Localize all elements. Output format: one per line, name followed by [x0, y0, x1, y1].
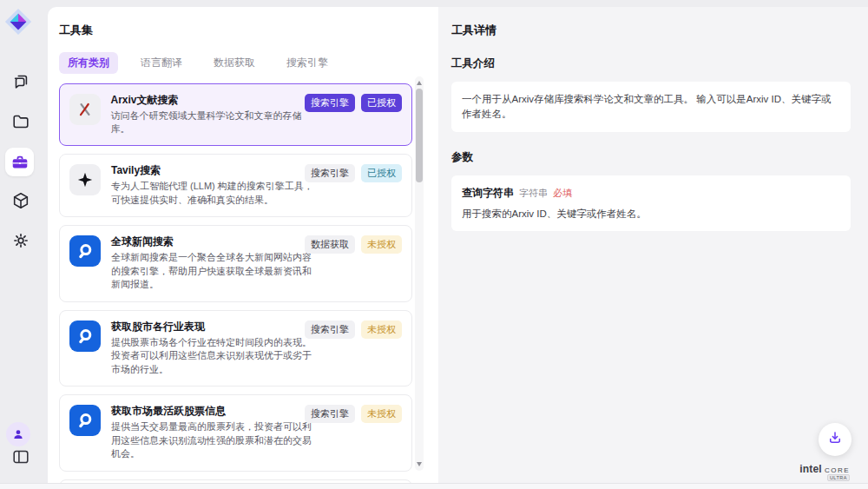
- tab-language-translate[interactable]: 语言翻译: [132, 52, 191, 74]
- tool-list: Arxiv文献搜索 访问各个研究领域大量科学论文和文章的存储库。 搜索引擎 已授…: [59, 83, 438, 483]
- tab-all-categories[interactable]: 所有类别: [59, 52, 118, 74]
- toolset-pane: 工具集 所有类别 语言翻译 数据获取 搜索引擎 Arxiv文献搜索 访问各个研究…: [48, 7, 438, 483]
- tool-detail-pane: 工具详情 工具介绍 一个用于从Arxiv存储库搜索科学论文和文章的工具。 输入可…: [438, 7, 868, 483]
- window-bottom-edge: [0, 483, 868, 489]
- arxiv-logo-icon: [69, 94, 101, 125]
- user-icon[interactable]: [6, 422, 30, 446]
- category-badge: 搜索引擎: [305, 405, 355, 423]
- brand-ultra-badge: ULTRA: [827, 474, 850, 481]
- tool-desc: 专为人工智能代理 (LLM) 构建的搜索引擎工具，可快速提供实时、准确和真实的结…: [111, 180, 319, 207]
- tavily-sparkle-icon: [69, 164, 101, 195]
- tool-title: 获取市场最活跃股票信息: [111, 405, 319, 418]
- search-q-icon: [69, 235, 101, 267]
- status-badge: 未授权: [361, 405, 402, 423]
- brand-core-text: core: [825, 463, 850, 475]
- tool-title: Tavily搜索: [111, 164, 319, 177]
- list-scrollbar[interactable]: [415, 76, 424, 471]
- tool-title: 获取股市各行业表现: [111, 320, 319, 334]
- category-badge: 数据获取: [305, 235, 355, 254]
- detail-title: 工具详情: [451, 23, 851, 38]
- tab-search-engine[interactable]: 搜索引擎: [278, 52, 337, 74]
- download-button[interactable]: [819, 423, 852, 456]
- gear-icon[interactable]: [8, 228, 34, 254]
- app-logo-diamond: [3, 7, 33, 36]
- search-q-icon: [69, 320, 101, 352]
- scroll-down-arrow-icon[interactable]: [417, 462, 422, 466]
- scroll-up-arrow-icon[interactable]: [417, 81, 422, 85]
- param-name: 查询字符串: [462, 186, 514, 201]
- panel-toggle-icon[interactable]: [8, 444, 34, 470]
- search-q-icon: [69, 405, 101, 436]
- cube-icon[interactable]: [8, 188, 34, 214]
- tool-title: Arxiv文献搜索: [111, 94, 319, 107]
- brand-intel-text: intel: [799, 463, 822, 475]
- main-window: 工具集 所有类别 语言翻译 数据获取 搜索引擎 Arxiv文献搜索 访问各个研究…: [48, 7, 868, 483]
- page-title: 工具集: [59, 23, 438, 38]
- intro-card: 一个用于从Arxiv存储库搜索科学论文和文章的工具。 输入可以是Arxiv ID…: [451, 82, 851, 132]
- tool-desc: 全球新闻搜索是一个聚合全球各大新闻网站内容的搜索引擎，帮助用户快速获取全球最新资…: [111, 251, 319, 292]
- intel-core-logo: intel core ULTRA: [799, 463, 850, 475]
- category-tabs: 所有类别 语言翻译 数据获取 搜索引擎: [59, 52, 438, 74]
- category-badge: 搜索引擎: [305, 164, 355, 182]
- category-badge: 搜索引擎: [305, 94, 355, 112]
- tool-card-sector-performance[interactable]: 获取股市各行业表现 提供股票市场各个行业在特定时间段内的表现。投资者可以利用这些…: [59, 310, 412, 387]
- tool-desc: 提供股票市场各个行业在特定时间段内的表现。投资者可以利用这些信息来识别表现优于或…: [111, 336, 319, 377]
- briefcase-icon[interactable]: [5, 148, 34, 176]
- params-heading: 参数: [451, 150, 851, 165]
- tool-title: 全球新闻搜索: [111, 235, 319, 248]
- scrollbar-thumb[interactable]: [416, 89, 423, 182]
- tab-data-fetch[interactable]: 数据获取: [205, 52, 264, 74]
- status-badge: 已授权: [361, 164, 402, 182]
- tool-card-arxiv[interactable]: Arxiv文献搜索 访问各个研究领域大量科学论文和文章的存储库。 搜索引擎 已授…: [59, 83, 412, 146]
- tool-card-global-news[interactable]: 全球新闻搜索 全球新闻搜索是一个聚合全球各大新闻网站内容的搜索引擎，帮助用户快速…: [59, 225, 412, 302]
- param-desc: 用于搜索的Arxiv ID、关键字或作者姓名。: [462, 208, 840, 221]
- folder-icon[interactable]: [8, 109, 34, 135]
- download-icon: [827, 430, 843, 449]
- tool-card-most-active-stocks[interactable]: 获取市场最活跃股票信息 提供当天交易量最高的股票列表，投资者可以利用这些信息来识…: [59, 394, 412, 472]
- status-badge: 已授权: [361, 94, 402, 112]
- tool-card-tavily[interactable]: Tavily搜索 专为人工智能代理 (LLM) 构建的搜索引擎工具，可快速提供实…: [59, 154, 412, 217]
- tool-desc: 提供当天交易量最高的股票列表，投资者可以利用这些信息来识别流动性强的股票和潜在的…: [111, 420, 319, 461]
- intro-heading: 工具介绍: [451, 56, 851, 71]
- status-badge: 未授权: [361, 320, 402, 339]
- category-badge: 搜索引擎: [305, 320, 355, 339]
- tool-desc: 访问各个研究领域大量科学论文和文章的存储库。: [111, 109, 319, 136]
- param-required-flag: 必填: [553, 187, 572, 200]
- left-rail: [0, 0, 48, 483]
- intro-text: 一个用于从Arxiv存储库搜索科学论文和文章的工具。 输入可以是Arxiv ID…: [462, 92, 840, 122]
- status-badge: 未授权: [361, 235, 402, 254]
- param-card: 查询字符串 字符串 必填 用于搜索的Arxiv ID、关键字或作者姓名。: [451, 175, 851, 231]
- param-type: 字符串: [519, 187, 548, 200]
- chat-icon[interactable]: [8, 69, 34, 95]
